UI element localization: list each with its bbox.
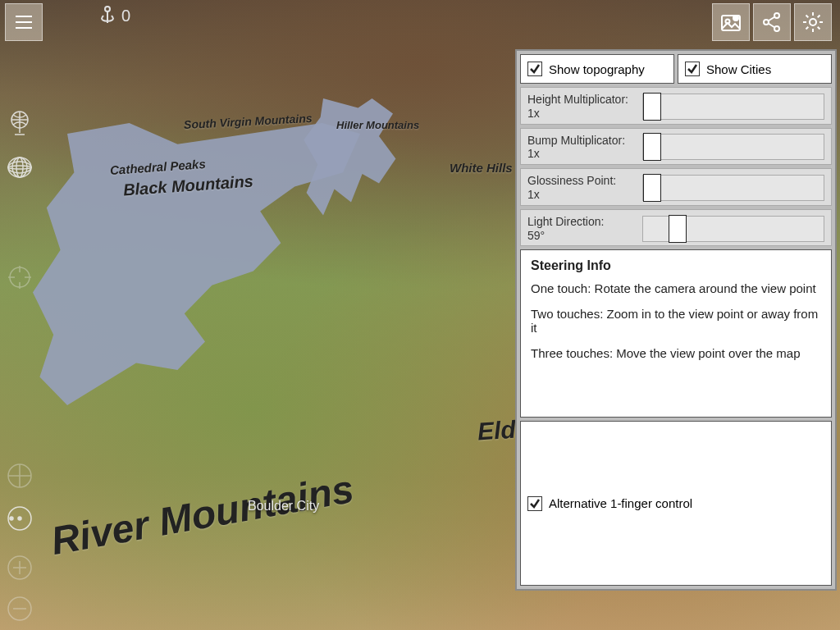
gloss-value: 1x: [527, 188, 634, 202]
show-topography-checkbox[interactable]: Show topography: [520, 54, 674, 84]
hamburger-icon: [13, 11, 34, 33]
map-pin-photo-icon: [719, 11, 742, 34]
settings-button[interactable]: [794, 3, 832, 41]
svg-point-10: [8, 158, 31, 177]
svg-point-14: [8, 166, 31, 169]
dial-icon: [6, 504, 34, 532]
show-topography-label: Show topography: [549, 62, 645, 76]
label-boulder-city: Boulder City: [248, 499, 319, 514]
map-layers-button[interactable]: [712, 3, 750, 41]
share-icon: [760, 11, 783, 34]
steering-info-box: Steering Info One touch: Rotate the came…: [520, 249, 832, 418]
height-multiplicator-row: Height Multiplicator: 1x: [520, 87, 832, 125]
alt-control-checkbox[interactable]: Alternative 1-finger control: [520, 421, 832, 586]
share-button[interactable]: [753, 3, 791, 41]
crosshair-tool[interactable]: [5, 262, 34, 292]
light-direction-row: Light Direction: 59°: [520, 209, 832, 247]
svg-point-6: [774, 13, 779, 18]
svg-point-5: [764, 20, 769, 25]
wire-globe-icon: [7, 154, 33, 180]
heading-indicator: 0: [98, 5, 130, 26]
zoom-in-button[interactable]: [5, 553, 34, 582]
bump-label: Bump Multiplicator:: [527, 134, 634, 148]
checkmark-icon: [527, 62, 542, 76]
light-label: Light Direction:: [527, 215, 634, 229]
globe-stand-icon: [7, 109, 33, 137]
steering-two-touch: Two touches: Zoom in to the view point o…: [531, 307, 821, 335]
bump-slider[interactable]: [642, 134, 824, 160]
svg-point-19: [10, 517, 13, 520]
glossiness-row: Glossiness Point: 1x: [520, 168, 832, 206]
wireframe-tool[interactable]: [5, 153, 34, 182]
settings-panel: Show topography Show Cities Height Multi…: [515, 49, 837, 591]
label-hiller-mountains: Hiller Mountains: [336, 119, 419, 131]
minus-circle-icon: [6, 595, 34, 623]
bump-value: 1x: [527, 147, 634, 161]
height-label: Height Multiplicator:: [527, 93, 634, 107]
svg-point-11: [12, 158, 27, 177]
plus-circle-icon: [6, 554, 34, 582]
gloss-label: Glossiness Point:: [527, 174, 634, 188]
steering-one-touch: One touch: Rotate the camera around the …: [531, 281, 821, 295]
orbit-icon: [6, 462, 34, 490]
alt-control-label: Alternative 1-finger control: [549, 496, 692, 510]
light-value: 59°: [527, 229, 634, 243]
bump-multiplicator-row: Bump Multiplicator: 1x: [520, 128, 832, 166]
slider-thumb[interactable]: [643, 133, 661, 161]
steering-three-touch: Three touches: Move the view point over …: [531, 346, 821, 360]
height-value: 1x: [527, 107, 634, 121]
light-slider[interactable]: [642, 216, 824, 242]
svg-point-12: [16, 158, 23, 177]
globe-tool[interactable]: [5, 108, 34, 138]
label-river-mountains: River Mountains: [48, 466, 357, 564]
menu-button[interactable]: [5, 3, 43, 41]
svg-point-13: [8, 162, 31, 173]
orbit-tool[interactable]: [5, 461, 34, 491]
anchor-icon: [98, 5, 116, 26]
checkmark-icon: [527, 496, 542, 511]
rotation-dial[interactable]: [5, 504, 34, 533]
svg-point-8: [810, 19, 816, 25]
slider-thumb[interactable]: [643, 174, 661, 202]
svg-point-0: [105, 7, 110, 11]
svg-point-7: [774, 26, 779, 31]
heading-value: 0: [121, 7, 130, 25]
steering-info-title: Steering Info: [531, 258, 821, 273]
label-eldorado-partial: Eld: [477, 415, 517, 445]
gear-icon: [801, 10, 825, 34]
show-cities-checkbox[interactable]: Show Cities: [678, 54, 832, 84]
checkmark-icon: [685, 62, 700, 76]
zoom-out-button[interactable]: [5, 594, 34, 623]
gloss-slider[interactable]: [642, 175, 824, 201]
show-cities-label: Show Cities: [706, 62, 771, 76]
label-white-hills: White Hills: [450, 161, 513, 175]
height-slider[interactable]: [642, 94, 824, 120]
svg-point-18: [18, 517, 21, 520]
slider-thumb[interactable]: [669, 215, 687, 243]
slider-thumb[interactable]: [643, 93, 661, 121]
crosshair-icon: [7, 264, 33, 290]
